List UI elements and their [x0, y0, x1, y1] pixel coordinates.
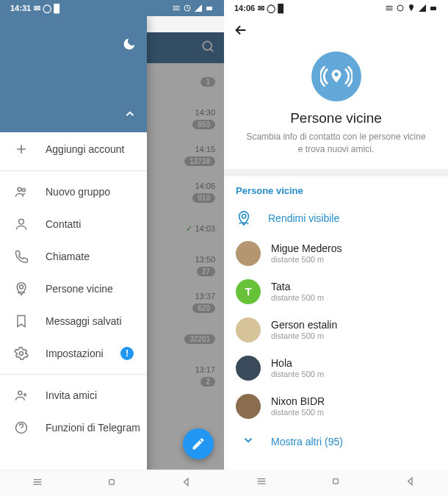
nearby-icon	[13, 281, 29, 297]
make-visible-button[interactable]: Rendimi visibile	[224, 202, 448, 234]
svg-point-3	[22, 188, 25, 191]
person-name: Gerson estalin	[271, 319, 337, 331]
divider	[0, 374, 147, 375]
person-name: Tata	[271, 281, 324, 292]
nearby-person[interactable]: Migue Mederosdistante 500 m	[224, 234, 448, 273]
nav-home-icon[interactable]	[106, 476, 118, 491]
drawer-label: Chiamate	[46, 251, 90, 262]
section-title: Persone vicine	[224, 176, 448, 202]
drawer-item-new-group[interactable]: Nuovo gruppo	[0, 176, 147, 208]
svg-point-14	[242, 214, 246, 218]
show-more-button[interactable]: Mostra altri (95)	[224, 425, 448, 458]
svg-point-13	[334, 73, 339, 77]
svg-rect-12	[430, 7, 436, 10]
nav-back-icon[interactable]	[181, 476, 192, 491]
drawer-item-calls[interactable]: Chiamate	[0, 240, 147, 273]
nav-recents-icon[interactable]	[32, 476, 43, 491]
svg-point-5	[20, 285, 24, 289]
make-visible-label: Rendimi visibile	[268, 212, 339, 224]
divider	[0, 170, 147, 171]
contact-icon	[13, 216, 29, 232]
svg-point-11	[397, 5, 403, 11]
person-distance: distante 500 m	[271, 255, 342, 264]
svg-rect-15	[333, 479, 339, 484]
phone-left: 14:31 ✉ ◯ █ Aggiungi a	[0, 0, 224, 496]
android-nav	[0, 470, 224, 496]
drawer-label: Invita amici	[46, 389, 97, 401]
person-distance: distante 500 m	[271, 293, 324, 302]
status-bar: 14:06 ✉ ◯ █	[224, 0, 448, 16]
nav-home-icon[interactable]	[330, 475, 342, 490]
drawer-item-invite[interactable]: Invita amici	[0, 379, 147, 411]
drawer-label: Impostazioni	[46, 348, 104, 359]
svg-rect-1	[206, 7, 212, 10]
drawer-item-nearby[interactable]: Persone vicine	[0, 273, 147, 305]
android-nav	[224, 470, 448, 496]
svg-rect-10	[109, 479, 115, 484]
avatar	[236, 241, 261, 266]
help-icon	[13, 420, 29, 436]
invite-icon	[13, 387, 29, 403]
drawer-label: Messaggi salvati	[46, 315, 122, 327]
person-name: Nixon BIDR	[271, 395, 325, 407]
drawer-label: Contatti	[46, 218, 81, 230]
drawer-item-add-account[interactable]: Aggiungi account	[0, 132, 147, 166]
nav-recents-icon[interactable]	[256, 475, 267, 490]
drawer-label: Aggiungi account	[46, 143, 124, 155]
avatar	[236, 394, 261, 419]
status-time: 14:06	[234, 4, 255, 12]
settings-badge: !	[120, 347, 134, 360]
drawer-label: Funzioni di Telegram	[46, 422, 140, 434]
group-icon	[13, 184, 29, 200]
status-bar: 14:31 ✉ ◯ █	[0, 0, 224, 16]
nav-back-icon[interactable]	[405, 475, 416, 490]
person-name: Migue Mederos	[271, 242, 342, 254]
compose-fab[interactable]	[183, 428, 214, 459]
avatar: T	[236, 279, 261, 304]
svg-point-4	[19, 219, 24, 224]
svg-point-6	[20, 352, 24, 356]
drawer-label: Nuovo gruppo	[46, 186, 110, 198]
dim-overlay[interactable]	[147, 32, 224, 470]
visibility-icon	[236, 210, 252, 226]
nearby-person[interactable]: TTatadistante 500 m	[224, 273, 448, 311]
nearby-person[interactable]: Nixon BIDRdistante 500 m	[224, 387, 448, 425]
drawer-item-saved[interactable]: Messaggi salvati	[0, 305, 147, 337]
page-subtitle: Scambia info di contatto con le persone …	[245, 131, 427, 156]
phone-right: 14:06 ✉ ◯ █ Persone vicine	[224, 0, 448, 496]
back-icon[interactable]	[233, 22, 249, 41]
page-title: Persone vicine	[290, 110, 382, 126]
bookmark-icon	[13, 313, 29, 329]
avatar	[236, 317, 261, 342]
night-mode-icon[interactable]	[122, 37, 137, 54]
status-icons-left: ✉ ◯ █	[258, 4, 283, 13]
nearby-person[interactable]: Gerson estalindistante 500 m	[224, 311, 448, 349]
svg-point-2	[18, 187, 21, 191]
person-distance: distante 500 m	[271, 331, 337, 340]
status-icons-right	[385, 4, 438, 12]
status-time: 14:31	[10, 4, 31, 12]
nav-drawer: Aggiungi account Nuovo gruppo Contatti	[0, 16, 147, 496]
person-name: Hola	[271, 357, 324, 369]
drawer-label: Persone vicine	[46, 283, 113, 295]
status-icons-right	[172, 4, 214, 12]
chevron-down-icon	[242, 434, 255, 449]
avatar	[236, 356, 261, 381]
svg-point-7	[18, 391, 22, 395]
phone-icon	[13, 248, 29, 265]
person-distance: distante 500 m	[271, 370, 324, 378]
drawer-item-faq[interactable]: Funzioni di Telegram	[0, 411, 147, 444]
status-icons-left: ✉ ◯ █	[34, 4, 59, 13]
gear-icon	[13, 345, 29, 362]
show-more-label: Mostra altri (95)	[271, 436, 343, 448]
page-header	[224, 16, 448, 47]
drawer-header	[0, 16, 147, 132]
person-distance: distante 500 m	[271, 408, 325, 417]
drawer-item-contacts[interactable]: Contatti	[0, 208, 147, 240]
plus-icon	[13, 141, 29, 157]
drawer-item-settings[interactable]: Impostazioni !	[0, 337, 147, 370]
section-gap	[224, 169, 448, 176]
nearby-hero-icon	[311, 51, 361, 101]
accounts-chevron-icon[interactable]	[123, 107, 137, 123]
nearby-person[interactable]: Holadistante 500 m	[224, 349, 448, 387]
